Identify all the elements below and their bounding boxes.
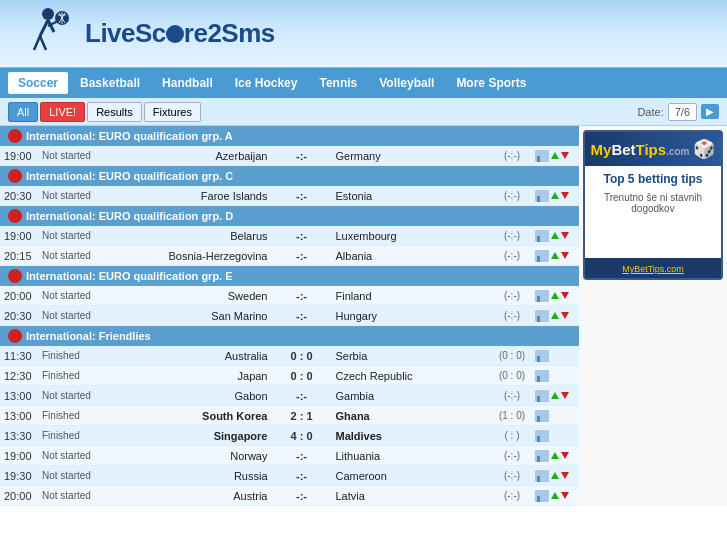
- match-home: Russia: [114, 470, 272, 482]
- match-away: Maldives: [332, 430, 490, 442]
- match-score: -:-: [272, 250, 332, 262]
- graph-icon: [535, 310, 549, 322]
- graph-icon: [535, 290, 549, 302]
- group-header: International: EURO qualification grp. D: [0, 206, 579, 226]
- tab-fixtures[interactable]: Fixtures: [144, 102, 201, 122]
- main-layout: International: EURO qualification grp. A…: [0, 126, 727, 506]
- nav-tennis[interactable]: Tennis: [309, 72, 367, 94]
- group-icon: [8, 169, 22, 183]
- match-time: 12:30: [4, 370, 42, 382]
- match-icons: [535, 370, 575, 382]
- nav-more-sports[interactable]: More Sports: [446, 72, 536, 94]
- down-icon: [561, 452, 569, 459]
- match-score: 0 : 0: [272, 370, 332, 382]
- date-arrow-right[interactable]: ▶: [701, 104, 719, 119]
- svg-line-3: [40, 36, 46, 50]
- match-time: 20:30: [4, 190, 42, 202]
- match-icons: [535, 250, 575, 262]
- header: LiveScre2Sms: [0, 0, 727, 68]
- match-home: San Marino: [114, 310, 272, 322]
- bet-header: MyBetTips.com 🎲: [585, 132, 721, 166]
- group-name: International: Friendlies: [26, 330, 151, 342]
- match-status: Not started: [42, 250, 114, 261]
- match-score: 2 : 1: [272, 410, 332, 422]
- nav-handball[interactable]: Handball: [152, 72, 223, 94]
- down-icon: [561, 472, 569, 479]
- match-row: 20:00 Not started Sweden -:- Finland (-:…: [0, 286, 579, 306]
- match-away: Germany: [332, 150, 490, 162]
- match-ht: (0 : 0): [489, 370, 535, 381]
- group-name: International: EURO qualification grp. A: [26, 130, 233, 142]
- down-icon: [561, 192, 569, 199]
- match-status: Finished: [42, 410, 114, 421]
- group-icon: [8, 209, 22, 223]
- match-ht: (-:-): [489, 310, 535, 321]
- match-ht: (-:-): [489, 150, 535, 161]
- bet-footer: MyBetTips.com: [585, 258, 721, 278]
- match-status: Not started: [42, 470, 114, 481]
- graph-icon: [535, 490, 549, 502]
- match-home: Sweden: [114, 290, 272, 302]
- match-score: -:-: [272, 490, 332, 502]
- match-row: 19:00 Not started Belarus -:- Luxembourg…: [0, 226, 579, 246]
- graph-icon: [535, 390, 549, 402]
- match-status: Not started: [42, 310, 114, 321]
- up-icon: [551, 252, 559, 259]
- nav-basketball[interactable]: Basketball: [70, 72, 150, 94]
- group-name: International: EURO qualification grp. C: [26, 170, 233, 182]
- match-status: Not started: [42, 390, 114, 401]
- tab-live[interactable]: LIVE!: [40, 102, 85, 122]
- group-icon: [8, 269, 22, 283]
- tab-results[interactable]: Results: [87, 102, 142, 122]
- match-away: Cameroon: [332, 470, 490, 482]
- match-row: 19:00 Not started Norway -:- Lithuania (…: [0, 446, 579, 466]
- nav-ice-hockey[interactable]: Ice Hockey: [225, 72, 308, 94]
- match-icons: [535, 490, 575, 502]
- group-icon: [8, 129, 22, 143]
- bet-com: .com: [666, 146, 689, 157]
- match-home: Faroe Islands: [114, 190, 272, 202]
- match-score: -:-: [272, 310, 332, 322]
- match-away: Ghana: [332, 410, 490, 422]
- match-row: 13:00 Not started Gabon -:- Gambia (-:-): [0, 386, 579, 406]
- match-icons: [535, 430, 575, 442]
- down-icon: [561, 492, 569, 499]
- match-time: 19:30: [4, 470, 42, 482]
- match-time: 20:00: [4, 290, 42, 302]
- date-value: 7/6: [668, 103, 697, 121]
- match-status: Finished: [42, 350, 114, 361]
- match-row: 19:00 Not started Azerbaijan -:- Germany…: [0, 146, 579, 166]
- up-icon: [551, 152, 559, 159]
- match-row: 13:00 Finished South Korea 2 : 1 Ghana (…: [0, 406, 579, 426]
- up-icon: [551, 492, 559, 499]
- match-icons: [535, 350, 575, 362]
- graph-icon: [535, 250, 549, 262]
- group-icon: [8, 329, 22, 343]
- group-header: International: EURO qualification grp. E: [0, 266, 579, 286]
- tab-all[interactable]: All: [8, 102, 38, 122]
- bet-logo: MyBetTips.com: [591, 141, 690, 158]
- up-icon: [551, 312, 559, 319]
- bet-content: Trenutno še ni stavnih dogodkov: [591, 192, 715, 252]
- match-icons: [535, 450, 575, 462]
- up-icon: [551, 232, 559, 239]
- match-time: 11:30: [4, 350, 42, 362]
- bet-my: My: [591, 141, 612, 158]
- match-ht: ( : ): [489, 430, 535, 441]
- match-ht: (-:-): [489, 450, 535, 461]
- down-icon: [561, 252, 569, 259]
- match-home: South Korea: [114, 410, 272, 422]
- match-away: Latvia: [332, 490, 490, 502]
- bet-footer-link[interactable]: MyBetTips.com: [622, 264, 684, 274]
- match-away: Luxembourg: [332, 230, 490, 242]
- match-away: Czech Republic: [332, 370, 490, 382]
- match-ht: (-:-): [489, 230, 535, 241]
- nav-soccer[interactable]: Soccer: [8, 72, 68, 94]
- match-score: -:-: [272, 150, 332, 162]
- graph-icon: [535, 410, 549, 422]
- nav-volleyball[interactable]: Volleyball: [369, 72, 444, 94]
- bet-body: Top 5 betting tips Trenutno še ni stavni…: [585, 166, 721, 258]
- svg-point-0: [42, 8, 54, 20]
- match-status: Not started: [42, 190, 114, 201]
- group-name: International: EURO qualification grp. E: [26, 270, 233, 282]
